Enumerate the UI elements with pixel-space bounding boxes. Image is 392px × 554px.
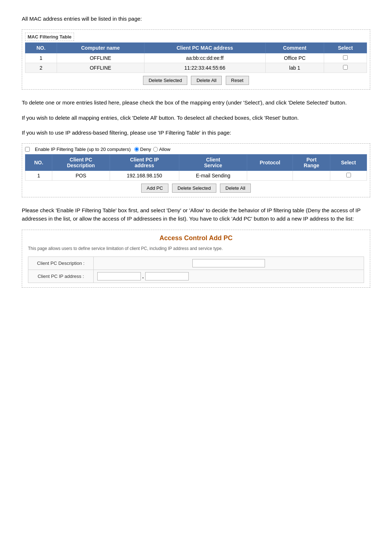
mac-row-select[interactable] (324, 63, 367, 73)
ip-col-protocol: Protocol (247, 155, 293, 171)
intro-text: All MAC address entries will be listed i… (22, 15, 370, 23)
ip-table-row: 1 POS 192.168.98.150 E-mail Sending (25, 171, 367, 181)
ip-row-desc: POS (52, 171, 110, 181)
mac-row-mac: 11:22:33:44:55:66 (144, 63, 265, 73)
client-pc-description-input[interactable] (192, 259, 265, 267)
ip-row-no: 1 (25, 171, 52, 181)
ip-col-ip: Client PC IPaddress (110, 155, 179, 171)
allow-label: Allow (159, 147, 170, 152)
client-pc-ip-input1[interactable] (97, 272, 141, 280)
ip-delete-selected-button[interactable]: Delete Selected (172, 184, 216, 193)
mac-row-select[interactable] (324, 53, 367, 63)
mac-table-row: 1 OFFLINE aa:bb:cc:dd:ee:ff Office PC (25, 53, 367, 63)
ip-col-no: NO. (25, 155, 52, 171)
para3: If you wish to use IP address-based filt… (22, 128, 370, 137)
ip-filtering-table-wrapper: Enable IP Filtering Table (up to 20 comp… (22, 143, 370, 197)
ip-input-group: . (97, 272, 360, 280)
para1: To delete one or more entries listed her… (22, 98, 370, 107)
ip-col-port: PortRange (293, 155, 330, 171)
mac-reset-button[interactable]: Reset (226, 76, 249, 85)
mac-row-checkbox[interactable] (343, 65, 348, 70)
mac-delete-selected-button[interactable]: Delete Selected (143, 76, 187, 85)
mac-row-comment: Office PC (265, 53, 324, 63)
para2: If you wish to delete all mapping entrie… (22, 114, 370, 122)
access-control-wrapper: Access Control Add PC This page allows u… (22, 230, 370, 288)
mac-filtering-table-wrapper: MAC Filtering Table NO. Computer name Cl… (22, 29, 370, 90)
ip-row-select[interactable] (330, 171, 367, 181)
ip-enable-label: Enable IP Filtering Table (up to 20 comp… (35, 147, 131, 152)
mac-table-row: 2 OFFLINE 11:22:33:44:55:66 lab 1 (25, 63, 367, 73)
mac-col-no: NO. (25, 43, 57, 53)
ip-row-protocol (247, 171, 293, 181)
ip-row-checkbox[interactable] (346, 173, 351, 177)
mac-row-comment: lab 1 (265, 63, 324, 73)
mac-delete-all-button[interactable]: Delete All (191, 76, 222, 85)
ip-add-pc-button[interactable]: Add PC (141, 184, 168, 193)
deny-label: Deny (140, 147, 151, 152)
mac-filtering-table: NO. Computer name Client PC MAC address … (25, 42, 367, 73)
access-control-form-table: Client PC Description : Client PC IP add… (28, 257, 364, 283)
mac-col-comment: Comment (265, 43, 324, 53)
form-row-desc: Client PC Description : (28, 257, 364, 270)
mac-row-name: OFFLINE (57, 63, 144, 73)
desc-value-cell (94, 257, 364, 270)
ip-col-desc: Client PCDescription (52, 155, 110, 171)
ip-value-cell: . (94, 270, 364, 283)
ip-row-port (293, 171, 330, 181)
ip-enable-row: Enable IP Filtering Table (up to 20 comp… (25, 147, 367, 152)
mac-col-name: Computer name (57, 43, 144, 53)
access-control-description: This page allows users to define service… (28, 246, 364, 252)
mac-col-select: Select (324, 43, 367, 53)
ip-mode-group: Deny Allow (134, 147, 170, 152)
ip-filtering-table: NO. Client PCDescription Client PC IPadd… (25, 154, 367, 181)
ip-separator: . (142, 274, 144, 279)
ip-row-ip: 192.168.98.150 (110, 171, 179, 181)
ip-label: Client PC IP address : (28, 270, 94, 283)
para4: Please check 'Enable IP Filtering Table'… (22, 206, 370, 223)
deny-radio[interactable] (134, 147, 139, 152)
mac-row-mac: aa:bb:cc:dd:ee:ff (144, 53, 265, 63)
ip-col-service: ClientService (179, 155, 247, 171)
ip-delete-all-button[interactable]: Delete All (220, 184, 251, 193)
ip-btn-row: Add PC Delete Selected Delete All (25, 181, 367, 194)
ip-col-select: Select (330, 155, 367, 171)
mac-col-mac: Client PC MAC address (144, 43, 265, 53)
mac-row-checkbox[interactable] (343, 55, 348, 60)
mac-btn-row: Delete Selected Delete All Reset (25, 73, 367, 86)
client-pc-ip-input2[interactable] (145, 272, 189, 280)
access-control-title: Access Control Add PC (28, 234, 364, 242)
allow-radio[interactable] (153, 147, 158, 152)
ip-enable-checkbox[interactable] (25, 147, 30, 152)
mac-row-name: OFFLINE (57, 53, 144, 63)
deny-radio-label[interactable]: Deny (134, 147, 151, 152)
allow-radio-label[interactable]: Allow (153, 147, 170, 152)
form-row-ip: Client PC IP address : . (28, 270, 364, 283)
mac-row-no: 1 (25, 53, 57, 63)
desc-label: Client PC Description : (28, 257, 94, 270)
mac-row-no: 2 (25, 63, 57, 73)
ip-row-service: E-mail Sending (179, 171, 247, 181)
mac-table-title: MAC Filtering Table (25, 33, 74, 41)
